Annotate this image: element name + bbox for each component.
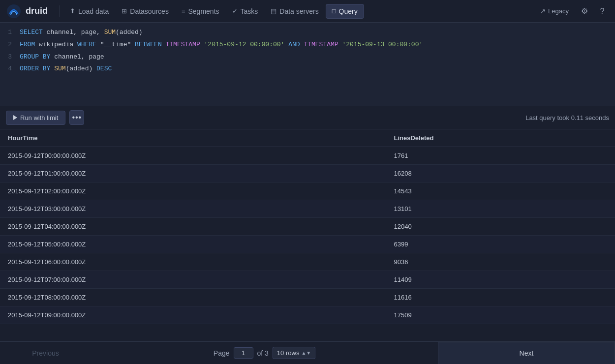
sql-editor[interactable]: 1SELECT channel, page, SUM(added)2FROM w… [0, 23, 615, 106]
nav-item-datasources[interactable]: ⊞ Datasources [116, 4, 175, 18]
segments-icon: ≡ [182, 7, 185, 15]
nav-right: ↗ Legacy ⚙ ? [535, 4, 609, 18]
results-area: HourTime LinesDeleted 2015-09-12T00:00:0… [0, 129, 615, 341]
table-row: 2015-09-12T05:00:00.000Z6399 [0, 236, 615, 253]
more-options-button[interactable]: ••• [69, 110, 84, 125]
rows-per-page-select[interactable]: 10 rows ▲▼ [273, 347, 315, 359]
table-cell-7-0: 2015-09-12T07:00:00.000Z [0, 271, 386, 289]
line-number-1: 1 [0, 28, 20, 38]
settings-button[interactable]: ⚙ [578, 4, 591, 18]
table-cell-5-1: 6399 [386, 236, 615, 253]
col-header-hourtime: HourTime [0, 129, 386, 147]
table-cell-4-1: 12040 [386, 218, 615, 236]
line-number-4: 4 [0, 64, 20, 74]
navbar: druid ⬆ Load data ⊞ Datasources ≡ Segmen… [0, 0, 615, 23]
table-cell-3-1: 13101 [386, 200, 615, 218]
table-cell-8-1: 11616 [386, 289, 615, 306]
line-content-2: FROM wikipedia WHERE "__time" BETWEEN TI… [20, 40, 615, 50]
nav-item-data-servers-label: Data servers [279, 7, 318, 15]
nav-item-query-label: Query [339, 7, 358, 15]
nav-divider [60, 5, 60, 17]
previous-button[interactable]: Previous [0, 342, 91, 364]
next-label: Next [520, 349, 534, 357]
line-content-4: ORDER BY SUM(added) DESC [20, 64, 615, 74]
table-row: 2015-09-12T02:00:00.000Z14543 [0, 182, 615, 200]
nav-item-load-data-label: Load data [78, 7, 109, 15]
table-cell-2-0: 2015-09-12T02:00:00.000Z [0, 182, 386, 200]
nav-item-tasks[interactable]: ✓ Tasks [226, 4, 264, 18]
table-row: 2015-09-12T07:00:00.000Z11409 [0, 271, 615, 289]
table-cell-0-1: 1761 [386, 147, 615, 165]
nav-items: ⬆ Load data ⊞ Datasources ≡ Segments ✓ T… [64, 4, 535, 19]
nav-item-query[interactable]: □ Query [326, 4, 364, 19]
help-button[interactable]: ? [595, 4, 609, 18]
pagination-bar: Previous Page of 3 10 rows ▲▼ Next [0, 341, 615, 364]
legacy-link[interactable]: ↗ Legacy [535, 5, 574, 17]
table-cell-9-0: 2015-09-12T09:00:00.000Z [0, 306, 386, 324]
table-cell-0-0: 2015-09-12T00:00:00.000Z [0, 147, 386, 165]
nav-item-load-data[interactable]: ⬆ Load data [64, 4, 115, 18]
query-toolbar: Run with limit ••• Last query took 0.11 … [0, 106, 615, 129]
table-cell-3-0: 2015-09-12T03:00:00.000Z [0, 200, 386, 218]
table-row: 2015-09-12T03:00:00.000Z13101 [0, 200, 615, 218]
more-icon: ••• [72, 113, 82, 122]
brand: druid [6, 3, 48, 19]
table-cell-5-0: 2015-09-12T05:00:00.000Z [0, 236, 386, 253]
druid-logo-icon [6, 3, 22, 19]
legacy-icon: ↗ [540, 7, 546, 15]
table-row: 2015-09-12T00:00:00.000Z1761 [0, 147, 615, 165]
run-with-limit-button[interactable]: Run with limit [6, 111, 65, 125]
col-header-linesdeleted: LinesDeleted [386, 129, 615, 147]
table-header-row: HourTime LinesDeleted [0, 129, 615, 147]
next-button[interactable]: Next [438, 342, 615, 364]
code-line-4: 4ORDER BY SUM(added) DESC [0, 63, 615, 75]
toolbar-left: Run with limit ••• [6, 110, 84, 125]
nav-item-segments-label: Segments [188, 7, 219, 15]
page-label: Page [214, 349, 230, 357]
page-number-input[interactable] [234, 347, 253, 359]
nav-item-data-servers[interactable]: ▤ Data servers [265, 4, 324, 18]
nav-item-segments[interactable]: ≡ Segments [176, 4, 225, 18]
table-cell-6-0: 2015-09-12T06:00:00.000Z [0, 253, 386, 271]
main-content: 1SELECT channel, page, SUM(added)2FROM w… [0, 23, 615, 364]
rows-per-page-label: 10 rows [277, 349, 300, 357]
brand-name: druid [26, 6, 48, 16]
tasks-icon: ✓ [232, 7, 238, 15]
help-icon: ? [600, 7, 605, 16]
line-content-3: GROUP BY channel, page [20, 52, 615, 62]
data-servers-icon: ▤ [271, 7, 277, 15]
table-cell-1-1: 16208 [386, 165, 615, 182]
load-data-icon: ⬆ [70, 7, 75, 15]
rows-select-arrow-icon: ▲▼ [301, 350, 311, 356]
run-button-label: Run with limit [20, 114, 58, 121]
previous-label: Previous [32, 349, 59, 357]
table-cell-9-1: 17509 [386, 306, 615, 324]
line-number-2: 2 [0, 40, 20, 50]
table-cell-6-1: 9036 [386, 253, 615, 271]
results-table: HourTime LinesDeleted 2015-09-12T00:00:0… [0, 129, 615, 324]
table-row: 2015-09-12T01:00:00.000Z16208 [0, 165, 615, 182]
page-of-label: of 3 [257, 349, 269, 357]
datasources-icon: ⊞ [122, 7, 127, 15]
query-icon: □ [332, 7, 336, 15]
code-line-2: 2FROM wikipedia WHERE "__time" BETWEEN T… [0, 39, 615, 51]
legacy-label: Legacy [548, 7, 569, 15]
table-row: 2015-09-12T06:00:00.000Z9036 [0, 253, 615, 271]
table-cell-7-1: 11409 [386, 271, 615, 289]
nav-item-datasources-label: Datasources [130, 7, 169, 15]
page-center: Page of 3 10 rows ▲▼ [214, 347, 315, 359]
query-time-display: Last query took 0.11 seconds [525, 114, 609, 121]
code-line-3: 3GROUP BY channel, page [0, 51, 615, 63]
table-row: 2015-09-12T09:00:00.000Z17509 [0, 306, 615, 324]
table-cell-8-0: 2015-09-12T08:00:00.000Z [0, 289, 386, 306]
nav-item-tasks-label: Tasks [241, 7, 258, 15]
table-cell-2-1: 14543 [386, 182, 615, 200]
table-row: 2015-09-12T04:00:00.000Z12040 [0, 218, 615, 236]
line-content-1: SELECT channel, page, SUM(added) [20, 28, 615, 38]
code-line-1: 1SELECT channel, page, SUM(added) [0, 27, 615, 39]
line-number-3: 3 [0, 52, 20, 62]
table-row: 2015-09-12T08:00:00.000Z11616 [0, 289, 615, 306]
table-cell-1-0: 2015-09-12T01:00:00.000Z [0, 165, 386, 182]
play-icon [13, 115, 17, 120]
settings-icon: ⚙ [581, 6, 588, 16]
